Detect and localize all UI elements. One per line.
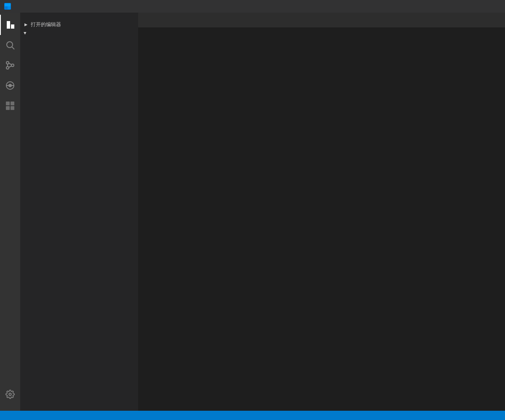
svg-line-5 xyxy=(12,47,15,50)
chevron-down-icon: ▼ xyxy=(24,31,27,36)
sidebar-title xyxy=(20,13,138,19)
sidebar: ▶ 打开的编辑器 ▼ xyxy=(20,13,138,411)
project-root-header[interactable]: ▼ xyxy=(20,30,138,37)
svg-point-13 xyxy=(9,84,11,87)
svg-line-10 xyxy=(9,63,12,65)
svg-point-6 xyxy=(6,62,9,64)
svg-rect-0 xyxy=(5,3,8,6)
explorer-activity-icon[interactable] xyxy=(0,15,20,35)
status-bar xyxy=(0,411,505,420)
svg-rect-3 xyxy=(8,6,11,9)
extensions-activity-icon[interactable] xyxy=(0,96,20,116)
svg-line-11 xyxy=(9,66,12,68)
tab-bar xyxy=(138,13,505,27)
svg-rect-19 xyxy=(11,106,14,110)
open-editors-label: 打开的编辑器 xyxy=(31,21,61,28)
svg-rect-2 xyxy=(5,6,8,9)
title-bar-left xyxy=(4,3,17,10)
svg-rect-16 xyxy=(6,102,10,105)
search-activity-icon[interactable] xyxy=(0,35,20,55)
debug-activity-icon[interactable] xyxy=(0,75,20,96)
main-container: ▶ 打开的编辑器 ▼ xyxy=(0,13,505,411)
chevron-right-icon: ▶ xyxy=(24,21,27,28)
svg-point-8 xyxy=(11,64,14,67)
svg-rect-18 xyxy=(6,106,10,110)
activity-bar xyxy=(0,13,20,411)
svg-point-7 xyxy=(6,67,9,69)
editor-area xyxy=(138,13,505,411)
svg-point-4 xyxy=(7,42,13,48)
line-numbers xyxy=(138,27,159,411)
svg-rect-17 xyxy=(11,102,14,105)
source-control-activity-icon[interactable] xyxy=(0,55,20,75)
code-editor xyxy=(138,27,505,411)
code-content[interactable] xyxy=(159,27,505,411)
title-bar xyxy=(0,0,505,13)
settings-activity-icon[interactable] xyxy=(0,384,20,407)
svg-point-20 xyxy=(9,393,11,396)
app-logo xyxy=(4,3,11,10)
svg-rect-1 xyxy=(8,3,11,6)
open-editors-header[interactable]: ▶ 打开的编辑器 xyxy=(20,19,138,30)
file-tree[interactable] xyxy=(20,37,138,411)
